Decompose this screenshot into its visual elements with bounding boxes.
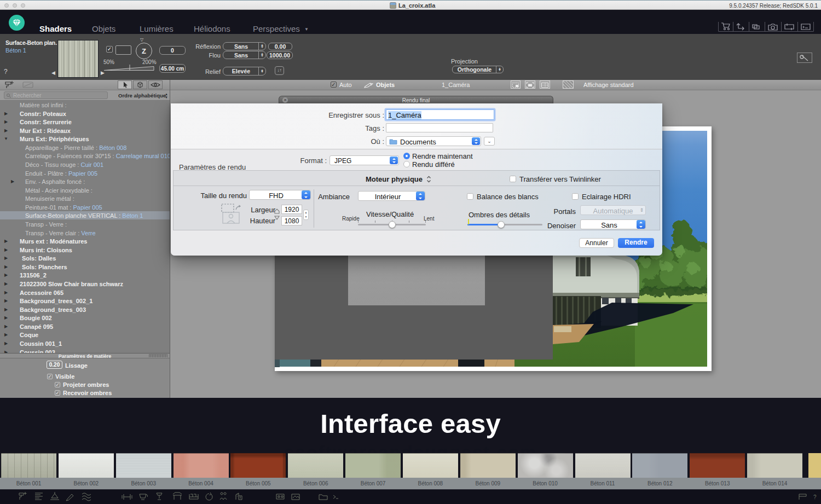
- svg-text:?: ?: [813, 494, 817, 500]
